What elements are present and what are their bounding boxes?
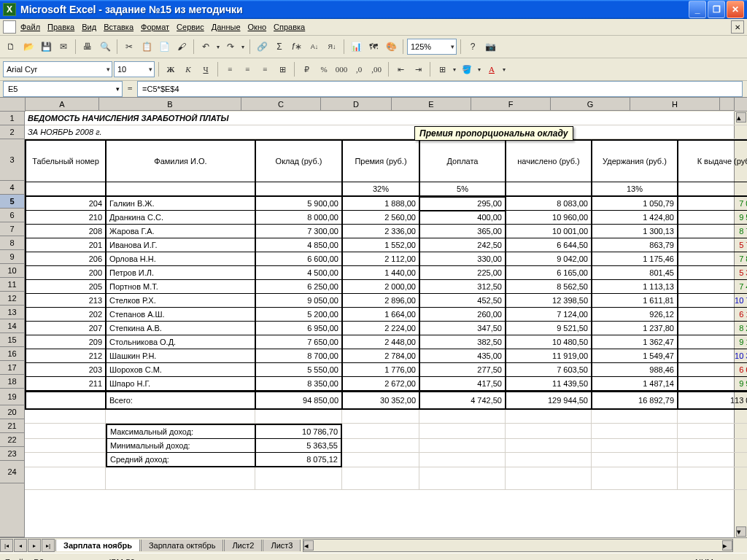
row-header[interactable]: 24	[0, 461, 25, 483]
row-header[interactable]: 22	[0, 433, 25, 447]
tab-prev-button[interactable]: ◂	[14, 539, 27, 552]
column-header[interactable]: D	[321, 98, 392, 111]
menu-insert[interactable]: Вставка	[104, 23, 133, 31]
cells[interactable]: ВЕДОМОСТЬ НАЧИСЛЕНИЯ ЗАРАБОТНОЙ ПЛАТЫЗА …	[25, 112, 734, 537]
undo-button[interactable]: ↶	[198, 39, 214, 55]
tab-last-button[interactable]: ▸|	[42, 539, 55, 552]
preview-button[interactable]: 🔍	[97, 39, 113, 55]
menu-window[interactable]: Окно	[248, 23, 267, 31]
menu-edit[interactable]: Правка	[47, 23, 74, 31]
row-header[interactable]: 11	[0, 278, 25, 292]
undo-dropdown[interactable]: ▾	[215, 44, 221, 50]
row-header[interactable]: 18	[0, 375, 25, 389]
select-all-corner[interactable]	[0, 98, 26, 112]
minimize-button[interactable]: _	[689, 1, 706, 18]
help-button[interactable]: ?	[465, 39, 481, 55]
menu-view[interactable]: Вид	[82, 23, 96, 31]
open-button[interactable]: 📂	[20, 39, 36, 55]
horizontal-scrollbar[interactable]: ◂ ▸	[303, 539, 733, 552]
percent-button[interactable]: %	[316, 61, 332, 77]
row-header[interactable]: 12	[0, 292, 25, 306]
row-header[interactable]: 13	[0, 306, 25, 319]
hyperlink-button[interactable]: 🔗	[254, 39, 270, 55]
tab-first-button[interactable]: |◂	[0, 539, 13, 552]
row-header[interactable]: 10	[0, 264, 25, 278]
map-button[interactable]: 🗺	[365, 39, 382, 55]
increase-decimal-button[interactable]: ,0	[351, 61, 367, 77]
row-header[interactable]: 14	[0, 319, 25, 333]
sort-desc-button[interactable]: Я↓	[324, 39, 340, 55]
decrease-indent-button[interactable]: ⇤	[392, 61, 409, 77]
borders-dropdown[interactable]: ▾	[452, 66, 457, 73]
row-header[interactable]: 23	[0, 447, 25, 461]
column-header[interactable]: E	[392, 98, 471, 111]
italic-button[interactable]: К	[180, 61, 196, 77]
save-button[interactable]: 💾	[38, 39, 54, 55]
row-header[interactable]: 9	[0, 250, 25, 264]
formula-input[interactable]: =C5*$E$4	[137, 81, 743, 97]
mail-button[interactable]: ✉	[55, 39, 71, 55]
font-combo[interactable]: Arial Cyr	[3, 61, 112, 77]
doc-close-button[interactable]: ✕	[731, 20, 744, 34]
merge-button[interactable]: ⊞	[274, 61, 290, 77]
chart-button[interactable]: 📊	[348, 39, 364, 55]
column-header[interactable]: C	[241, 98, 321, 111]
zoom-combo[interactable]: 125%	[407, 39, 457, 55]
comma-button[interactable]: 000	[333, 61, 349, 77]
menu-data[interactable]: Данные	[212, 23, 241, 31]
row-header[interactable]: 6	[0, 209, 25, 222]
name-box[interactable]: E5	[3, 81, 123, 97]
scroll-left-button[interactable]: ◂	[303, 540, 314, 551]
row-header[interactable]: 2	[0, 125, 25, 139]
column-header[interactable]: A	[26, 98, 99, 111]
fill-dropdown[interactable]: ▾	[476, 66, 482, 73]
new-button[interactable]: 🗋	[3, 39, 19, 55]
redo-button[interactable]: ↷	[222, 39, 239, 55]
maximize-button[interactable]: ❐	[708, 1, 725, 18]
menu-help[interactable]: Справка	[274, 23, 305, 31]
sheet-tab[interactable]: Лист3	[263, 540, 301, 551]
tab-next-button[interactable]: ▸	[28, 539, 41, 552]
paste-button[interactable]: 📄	[156, 39, 172, 55]
align-center-button[interactable]: ≡	[239, 61, 255, 77]
row-header[interactable]: 21	[0, 419, 25, 433]
cut-button[interactable]: ✂	[121, 39, 137, 55]
sheet-tab[interactable]: Зарплата октябрь	[141, 540, 223, 551]
row-header[interactable]: 19	[0, 389, 25, 405]
align-right-button[interactable]: ≡	[257, 61, 273, 77]
row-header[interactable]: 20	[0, 405, 25, 419]
camera-button[interactable]: 📷	[482, 39, 498, 55]
column-header[interactable]: H	[630, 98, 720, 111]
sort-asc-button[interactable]: А↓	[306, 39, 322, 55]
menu-format[interactable]: Формат	[141, 23, 169, 31]
font-color-button[interactable]: А	[484, 61, 500, 77]
underline-button[interactable]: Ч	[198, 61, 214, 77]
row-header[interactable]: 17	[0, 361, 25, 375]
bold-button[interactable]: Ж	[163, 61, 179, 77]
fill-color-button[interactable]: 🪣	[459, 61, 475, 77]
row-header[interactable]: 3	[0, 139, 25, 181]
scroll-right-button[interactable]: ▸	[722, 540, 732, 551]
decrease-decimal-button[interactable]: ,00	[368, 61, 384, 77]
row-header[interactable]: 16	[0, 347, 25, 361]
menu-file[interactable]: Файл	[20, 23, 40, 31]
row-header[interactable]: 15	[0, 333, 25, 347]
close-button[interactable]: ✕	[727, 1, 744, 18]
scroll-down-button[interactable]: ▾	[736, 526, 746, 537]
row-header[interactable]: 8	[0, 236, 25, 250]
fontsize-combo[interactable]: 10	[114, 61, 155, 77]
row-header[interactable]: 4	[0, 181, 25, 195]
drawing-button[interactable]: 🎨	[383, 39, 399, 55]
redo-dropdown[interactable]: ▾	[240, 44, 246, 50]
column-header[interactable]: B	[99, 98, 241, 111]
row-header[interactable]: 1	[0, 112, 25, 125]
borders-button[interactable]: ⊞	[434, 61, 450, 77]
row-header[interactable]: 5	[0, 195, 25, 209]
print-button[interactable]: 🖶	[80, 39, 96, 55]
column-header[interactable]: F	[471, 98, 551, 111]
autosum-button[interactable]: Σ	[271, 39, 287, 55]
increase-indent-button[interactable]: ⇥	[410, 61, 426, 77]
align-left-button[interactable]: ≡	[222, 61, 238, 77]
copy-button[interactable]: 📋	[139, 39, 155, 55]
menu-service[interactable]: Сервис	[177, 23, 204, 31]
